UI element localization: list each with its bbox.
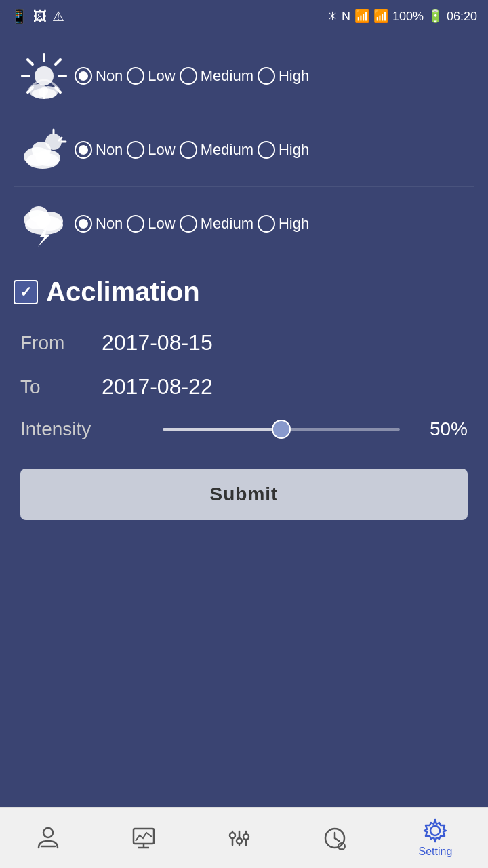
sunny-low-label: Low <box>148 67 175 85</box>
svg-point-35 <box>243 834 249 840</box>
cloudy-medium-option[interactable]: Medium <box>180 141 253 159</box>
cloudy-radio-group: Non Low Medium High <box>75 141 474 159</box>
storm-non-label: Non <box>96 215 123 233</box>
svg-line-38 <box>335 838 339 841</box>
svg-point-25 <box>43 828 53 837</box>
storm-high-label: High <box>279 215 309 233</box>
time-display: 06:20 <box>447 9 477 24</box>
sunny-medium-option[interactable]: Medium <box>180 67 253 85</box>
intensity-row: Intensity 50% <box>14 409 474 450</box>
signal-icon: 📶 <box>373 9 388 24</box>
intensity-percent-value: 50% <box>413 418 468 440</box>
storm-non-radio[interactable] <box>75 215 92 233</box>
nav-item-setting[interactable]: Setting <box>405 813 466 863</box>
cloudy-low-option[interactable]: Low <box>127 141 175 159</box>
clock-icon <box>323 826 347 850</box>
svg-point-41 <box>430 826 440 835</box>
status-bar: 📱 🖼 ⚠ ✳ N 📶 📶 100% 🔋 06:20 <box>0 0 488 33</box>
battery-text: 100% <box>392 9 424 24</box>
svg-line-7 <box>56 60 60 64</box>
cloudy-high-radio[interactable] <box>258 141 275 159</box>
storm-icon <box>14 199 75 248</box>
nav-item-person[interactable] <box>22 821 74 856</box>
slider-thumb[interactable] <box>272 420 291 439</box>
svg-point-19 <box>32 142 51 158</box>
storm-radio-group: Non Low Medium High <box>75 215 474 233</box>
warning-icon: ⚠ <box>52 8 64 24</box>
image-icon: 🖼 <box>33 9 47 24</box>
setting-label: Setting <box>419 846 453 858</box>
nav-item-monitor[interactable] <box>118 821 169 856</box>
cloudy-low-label: Low <box>148 141 175 159</box>
wifi-icon: 📶 <box>354 9 369 24</box>
nav-item-sliders[interactable] <box>214 821 265 856</box>
acclimation-section: Acclimation From 2017-08-15 To 2017-08-2… <box>14 277 474 534</box>
weather-row-sunny: Non Low Medium High <box>14 39 474 113</box>
cloudy-high-label: High <box>279 141 309 159</box>
acclimation-title: Acclimation <box>46 277 200 307</box>
storm-low-option[interactable]: Low <box>127 215 175 233</box>
cloudy-medium-radio[interactable] <box>180 141 197 159</box>
storm-medium-radio[interactable] <box>180 215 197 233</box>
nav-item-clock[interactable] <box>309 821 361 856</box>
svg-point-23 <box>29 206 48 222</box>
gear-icon <box>423 818 447 843</box>
status-right-icons: ✳ N 📶 📶 100% 🔋 06:20 <box>327 9 477 24</box>
storm-high-option[interactable]: High <box>258 215 309 233</box>
from-row: From 2017-08-15 <box>14 321 474 365</box>
acclimation-checkbox[interactable] <box>14 280 38 304</box>
person-icon <box>36 826 60 850</box>
weather-row-cloudy: Non Low Medium High <box>14 113 474 187</box>
sunny-low-radio[interactable] <box>127 67 144 85</box>
sunny-icon <box>14 52 75 100</box>
from-value[interactable]: 2017-08-15 <box>102 330 213 355</box>
slider-track <box>163 428 400 431</box>
storm-medium-option[interactable]: Medium <box>180 215 253 233</box>
acclimation-header: Acclimation <box>14 277 474 307</box>
cloudy-non-radio[interactable] <box>75 141 92 159</box>
storm-low-label: Low <box>148 215 175 233</box>
sunny-high-radio[interactable] <box>258 67 275 85</box>
svg-point-34 <box>237 838 242 844</box>
sunny-non-option[interactable]: Non <box>75 67 123 85</box>
intensity-slider-container[interactable] <box>163 419 400 439</box>
storm-non-option[interactable]: Non <box>75 215 123 233</box>
slider-fill <box>163 428 281 431</box>
sunny-low-option[interactable]: Low <box>127 67 175 85</box>
main-content: Non Low Medium High <box>0 33 488 807</box>
svg-point-11 <box>32 88 56 99</box>
cloudy-icon <box>14 125 75 174</box>
cloudy-low-radio[interactable] <box>127 141 144 159</box>
sunny-medium-radio[interactable] <box>180 67 197 85</box>
bottom-nav: Setting <box>0 807 488 868</box>
weather-row-storm: Non Low Medium High <box>14 187 474 260</box>
screen-icon: 📱 <box>11 8 28 24</box>
sunny-non-radio[interactable] <box>75 67 92 85</box>
storm-high-radio[interactable] <box>258 215 275 233</box>
svg-line-5 <box>28 60 33 64</box>
sliders-icon <box>227 826 251 850</box>
submit-button[interactable]: Submit <box>20 469 468 520</box>
sunny-radio-group: Non Low Medium High <box>75 67 474 85</box>
status-left-icons: 📱 🖼 ⚠ <box>11 8 64 24</box>
storm-medium-label: Medium <box>201 215 253 233</box>
to-row: To 2017-08-22 <box>14 365 474 409</box>
monitor-icon <box>131 826 156 850</box>
from-label: From <box>20 332 88 354</box>
svg-point-33 <box>230 833 235 838</box>
intensity-label: Intensity <box>20 418 149 440</box>
sim-icon: N <box>342 9 350 24</box>
bluetooth-icon: ✳ <box>327 9 338 24</box>
sunny-medium-label: Medium <box>201 67 253 85</box>
battery-icon: 🔋 <box>428 9 443 24</box>
storm-low-radio[interactable] <box>127 215 144 233</box>
to-value[interactable]: 2017-08-22 <box>102 374 213 399</box>
cloudy-high-option[interactable]: High <box>258 141 309 159</box>
sunny-high-option[interactable]: High <box>258 67 309 85</box>
sunny-non-label: Non <box>96 67 123 85</box>
cloudy-non-option[interactable]: Non <box>75 141 123 159</box>
sunny-high-label: High <box>279 67 309 85</box>
to-label: To <box>20 376 88 398</box>
cloudy-medium-label: Medium <box>201 141 253 159</box>
cloudy-non-label: Non <box>96 141 123 159</box>
